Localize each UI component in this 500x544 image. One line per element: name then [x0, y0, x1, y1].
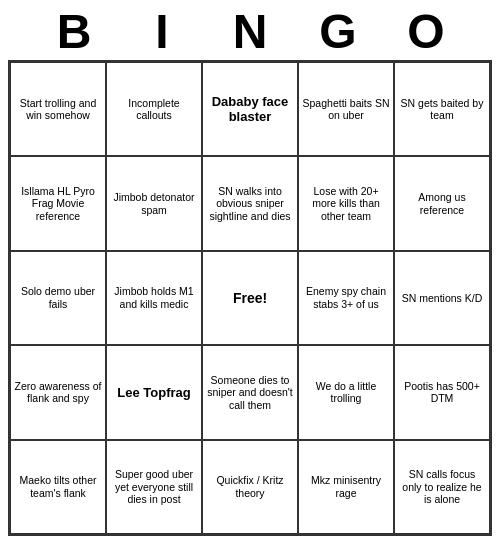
bingo-cell-6: Jimbob detonator spam: [106, 156, 202, 250]
bingo-cell-11: Jimbob holds M1 and kills medic: [106, 251, 202, 345]
bingo-cell-18: We do a little trolling: [298, 345, 394, 439]
bingo-cell-19: Pootis has 500+ DTM: [394, 345, 490, 439]
bingo-letter-G: G: [294, 8, 382, 56]
bingo-cell-5: Isllama HL Pyro Frag Movie reference: [10, 156, 106, 250]
bingo-letter-O: O: [382, 8, 470, 56]
bingo-letter-B: B: [30, 8, 118, 56]
bingo-cell-10: Solo demo uber fails: [10, 251, 106, 345]
bingo-cell-23: Mkz minisentry rage: [298, 440, 394, 534]
bingo-cell-13: Enemy spy chain stabs 3+ of us: [298, 251, 394, 345]
bingo-cell-17: Someone dies to sniper and doesn't call …: [202, 345, 298, 439]
bingo-cell-15: Zero awareness of flank and spy: [10, 345, 106, 439]
bingo-cell-2: Dababy face blaster: [202, 62, 298, 156]
bingo-letter-I: I: [118, 8, 206, 56]
bingo-cell-14: SN mentions K/D: [394, 251, 490, 345]
bingo-cell-3: Spaghetti baits SN on uber: [298, 62, 394, 156]
bingo-cell-16: Lee Topfrag: [106, 345, 202, 439]
bingo-cell-12: Free!: [202, 251, 298, 345]
bingo-cell-0: Start trolling and win somehow: [10, 62, 106, 156]
bingo-title: BINGO: [30, 8, 470, 56]
bingo-cell-9: Among us reference: [394, 156, 490, 250]
bingo-cell-1: Incomplete callouts: [106, 62, 202, 156]
bingo-cell-4: SN gets baited by team: [394, 62, 490, 156]
bingo-cell-20: Maeko tilts other team's flank: [10, 440, 106, 534]
bingo-cell-24: SN calls focus only to realize he is alo…: [394, 440, 490, 534]
bingo-cell-21: Super good uber yet everyone still dies …: [106, 440, 202, 534]
bingo-grid: Start trolling and win somehowIncomplete…: [8, 60, 492, 536]
bingo-cell-8: Lose with 20+ more kills than other team: [298, 156, 394, 250]
bingo-letter-N: N: [206, 8, 294, 56]
bingo-cell-22: Quickfix / Kritz theory: [202, 440, 298, 534]
bingo-cell-7: SN walks into obvious sniper sightline a…: [202, 156, 298, 250]
